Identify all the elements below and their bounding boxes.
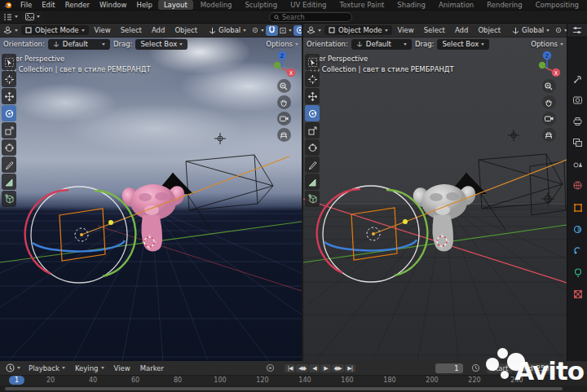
axis-gizmo[interactable]: Z X — [270, 49, 298, 77]
prev-keyframe-button[interactable]: ◀◆ — [296, 364, 308, 372]
pan-button[interactable] — [542, 95, 556, 109]
orientation-dropdown[interactable]: Global — [508, 25, 554, 35]
menu-view[interactable]: View — [394, 26, 418, 34]
editor-type-dropdown[interactable] — [2, 26, 20, 34]
menu-edit[interactable]: Edit — [37, 1, 60, 9]
tab-uv-editing[interactable]: UV Editing — [285, 0, 332, 10]
props-tab-tool[interactable] — [567, 71, 587, 87]
ortho-toggle-button[interactable] — [542, 128, 556, 142]
camera-view-button[interactable] — [277, 112, 291, 126]
menu-render[interactable]: Render — [60, 1, 95, 9]
menu-marker[interactable]: Marker — [136, 364, 168, 372]
drag-dropdown[interactable]: Select Box — [437, 39, 489, 50]
end-frame-field[interactable]: End 250 — [514, 363, 554, 373]
menu-file[interactable]: File — [15, 1, 37, 9]
props-tab-view-layer[interactable] — [567, 134, 587, 151]
orientation-default-dropdown[interactable]: Default — [351, 39, 412, 50]
tool-cursor[interactable] — [305, 71, 320, 87]
timeline-ruler[interactable]: 1 20 40 60 80 100 120 140 160 180 200 22… — [0, 376, 587, 385]
mode-dropdown[interactable]: Object Mode — [21, 25, 89, 35]
axis-gizmo[interactable]: Z X — [535, 49, 563, 77]
tool-add-cube[interactable] — [305, 191, 320, 207]
tool-cursor[interactable] — [2, 71, 16, 87]
next-keyframe-button[interactable]: ◆▶ — [332, 364, 344, 372]
tool-move[interactable] — [305, 88, 320, 104]
use-preview-range-icon[interactable] — [471, 363, 480, 372]
props-tab-world[interactable] — [567, 177, 587, 193]
options-dropdown[interactable]: Options — [266, 40, 298, 48]
tool-measure[interactable] — [305, 174, 320, 190]
play-button[interactable]: ▶ — [320, 364, 331, 372]
menu-help[interactable]: Help — [131, 1, 157, 9]
playhead-badge[interactable]: 1 — [9, 376, 24, 385]
start-frame-field[interactable]: Start — [487, 363, 514, 373]
drag-dropdown[interactable]: Select Box — [135, 39, 188, 50]
outliner-display-dropdown[interactable] — [0, 13, 21, 21]
menu-object[interactable]: Object — [170, 26, 201, 34]
tab-modeling[interactable]: Modeling — [195, 0, 238, 10]
props-tab-object-data[interactable] — [567, 265, 587, 281]
tool-transform[interactable] — [2, 139, 16, 156]
tab-layout[interactable]: Layout — [158, 0, 193, 10]
props-tab-render[interactable] — [567, 92, 587, 108]
timeline-scrollbar[interactable] — [0, 385, 587, 392]
auto-key-button[interactable] — [266, 363, 275, 372]
jump-to-start-button[interactable]: |◀ — [285, 364, 295, 372]
tab-shading[interactable]: Shading — [391, 0, 431, 10]
menu-playback[interactable]: Playback — [24, 364, 69, 372]
blender-logo-icon[interactable] — [0, 2, 15, 9]
tool-annotate[interactable] — [305, 156, 320, 173]
jump-to-end-button[interactable]: ▶| — [345, 364, 355, 372]
tool-scale[interactable] — [2, 122, 16, 139]
tab-animation[interactable]: Animation — [433, 0, 479, 10]
snap-with-dropdown[interactable] — [280, 25, 292, 36]
image-editor-dropdown[interactable] — [21, 12, 44, 22]
snap-toggle[interactable] — [266, 25, 278, 36]
orientation-default-dropdown[interactable]: Default — [48, 39, 110, 50]
menu-add[interactable]: Add — [451, 26, 472, 34]
menu-select[interactable]: Select — [117, 26, 146, 34]
axis-y-ball[interactable] — [539, 62, 545, 68]
tool-select-box[interactable] — [305, 54, 320, 70]
current-frame-field[interactable]: 1 — [435, 363, 463, 373]
menu-keying[interactable]: Keying — [71, 364, 108, 372]
tool-measure[interactable] — [2, 174, 16, 190]
pivot-dropdown[interactable] — [252, 25, 264, 36]
options-dropdown[interactable]: Options — [531, 40, 563, 48]
zoom-button[interactable] — [277, 79, 291, 93]
pan-button[interactable] — [277, 95, 291, 109]
camera-view-button[interactable] — [542, 112, 556, 126]
tab-sculpting[interactable]: Sculpting — [239, 0, 283, 10]
menu-add[interactable]: Add — [148, 26, 169, 34]
viewport-right-canvas[interactable]: Orientation: Default Drag: Select Box Op… — [303, 37, 567, 361]
tool-rotate[interactable] — [305, 105, 320, 121]
menu-object[interactable]: Object — [474, 26, 505, 34]
tool-rotate[interactable] — [2, 105, 16, 121]
tab-texture-paint[interactable]: Texture Paint — [334, 0, 391, 10]
mode-dropdown[interactable]: Object Mode — [324, 25, 392, 35]
timeline-editor-dropdown[interactable] — [3, 363, 23, 372]
search-box[interactable] — [269, 12, 352, 22]
viewport-left-canvas[interactable]: Orientation: Default Drag: Select Box Op… — [0, 37, 302, 361]
tab-rendering[interactable]: Rendering — [481, 0, 527, 10]
tool-scale[interactable] — [305, 122, 320, 139]
props-tab-object[interactable] — [567, 200, 587, 216]
menu-view[interactable]: View — [90, 26, 115, 34]
props-tab-constraints[interactable] — [567, 242, 587, 258]
props-tab-output[interactable] — [567, 113, 587, 130]
search-input[interactable] — [282, 14, 347, 21]
scrollbar-thumb[interactable] — [5, 387, 563, 390]
orientation-dropdown[interactable]: Global — [205, 25, 250, 35]
proportional-edit-toggle[interactable] — [294, 25, 302, 36]
ortho-toggle-button[interactable] — [277, 128, 291, 142]
zoom-button[interactable] — [542, 79, 556, 93]
props-tab-physics[interactable] — [567, 221, 587, 237]
tool-select-box[interactable] — [2, 54, 16, 70]
tool-add-cube[interactable] — [2, 191, 16, 207]
props-tab-texture[interactable] — [567, 286, 587, 302]
tool-move[interactable] — [2, 88, 16, 104]
menu-view[interactable]: View — [110, 364, 135, 372]
tool-annotate[interactable] — [2, 156, 16, 173]
menu-select[interactable]: Select — [420, 26, 449, 34]
pivot-dropdown[interactable] — [555, 25, 567, 36]
